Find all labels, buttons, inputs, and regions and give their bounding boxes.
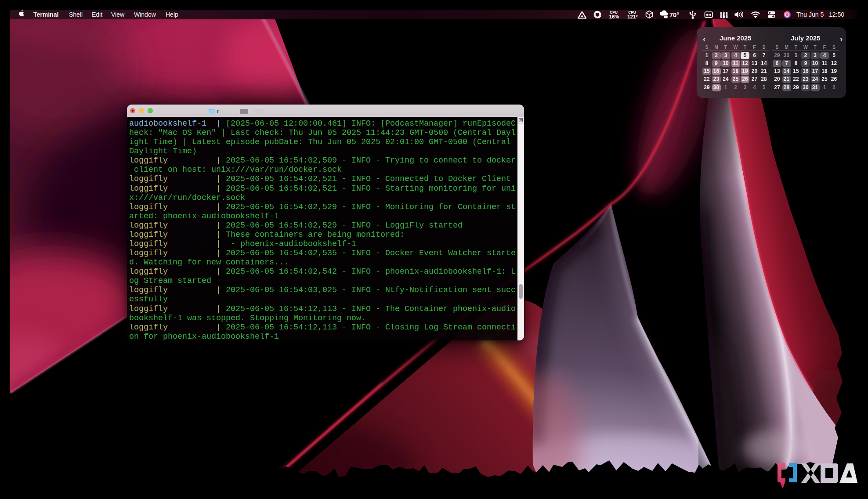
svg-text:16%: 16%	[609, 14, 619, 19]
svg-text:r: r	[217, 108, 219, 114]
svg-text:70°: 70°	[669, 11, 679, 18]
svg-text:121°: 121°	[627, 14, 638, 19]
